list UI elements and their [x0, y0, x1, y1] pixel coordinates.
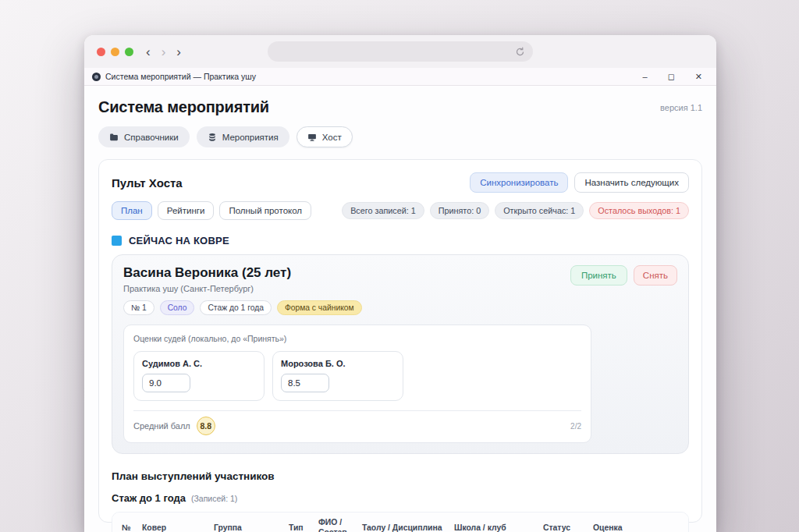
col-header: ФИО / Состав: [318, 512, 362, 532]
remove-button[interactable]: Снять: [634, 265, 677, 286]
back-icon[interactable]: ‹: [146, 45, 151, 59]
stats-row: Всего записей: 1 Принято: 0 Открыто сейч…: [342, 202, 689, 219]
nav-item-label: Хост: [322, 133, 342, 142]
monitor-icon: [307, 133, 317, 142]
traffic-lights: [97, 48, 133, 56]
now-on-carpet-icon: [112, 236, 122, 246]
judges-panel: Оценки судей (локально, до «Принять») Су…: [123, 325, 591, 443]
participant-badges: № 1 Соло Стаж до 1 года Форма с чайником: [123, 300, 677, 315]
participant-card: Васина Вероника (25 лет) Практика ушу (С…: [112, 254, 689, 454]
participant-school: Практика ушу (Санкт-Петербург): [123, 284, 291, 293]
judge-name: Морозова Б. О.: [281, 359, 395, 368]
plan-title: План выступлений участников: [112, 470, 689, 482]
judges-progress: 2/2: [570, 422, 581, 431]
table-header-row: № Ковер Группа Тип ФИО / Состав Таолу / …: [112, 512, 688, 532]
judge-card: Судимов А. С.: [133, 351, 265, 401]
nav-item-host[interactable]: Хост: [297, 126, 353, 147]
window-title: Система мероприятий — Практика ушу: [105, 72, 638, 81]
col-header: Ковер: [142, 518, 214, 532]
judges-label: Оценки судей (локально, до «Принять»): [133, 334, 581, 343]
plan-table: № Ковер Группа Тип ФИО / Состав Таолу / …: [112, 512, 689, 532]
col-header: Таолу / Дисциплина: [362, 518, 454, 532]
tab-full-protocol[interactable]: Полный протокол: [219, 201, 311, 220]
version-label: версия 1.1: [660, 103, 702, 112]
tab-ratings[interactable]: Рейтинги: [158, 201, 215, 220]
close-traffic-icon[interactable]: [97, 48, 105, 56]
col-header: Тип: [289, 518, 318, 532]
sync-button[interactable]: Синхронизировать: [470, 172, 568, 193]
judge-card: Морозова Б. О.: [272, 351, 403, 401]
reload-icon[interactable]: [515, 47, 525, 57]
view-tabs: План Рейтинги Полный протокол: [112, 201, 311, 220]
app-window: ‹ › › Система мероприятий — Практика ушу…: [84, 35, 716, 532]
col-header: Школа / клуб: [454, 518, 543, 532]
close-button[interactable]: ✕: [695, 72, 702, 82]
judge-score-input[interactable]: [281, 374, 329, 392]
stat-open-now: Открыто сейчас: 1: [495, 202, 584, 219]
folder-icon: [109, 133, 119, 142]
participant-name: Васина Вероника (25 лет): [123, 265, 291, 281]
app-favicon-icon: [92, 73, 101, 81]
minimize-traffic-icon[interactable]: [111, 48, 119, 56]
page-content: Система мероприятий версия 1.1 Справочни…: [84, 86, 716, 532]
next-icon[interactable]: ›: [176, 45, 181, 59]
nav-item-label: Мероприятия: [222, 133, 279, 142]
col-header: Группа: [214, 518, 289, 532]
nav-item-directories[interactable]: Справочники: [98, 126, 190, 147]
badge-number: № 1: [123, 300, 154, 315]
panel-title: Пульт Хоста: [112, 176, 183, 190]
host-panel: Пульт Хоста Синхронизировать Назначить с…: [98, 159, 702, 523]
main-nav: Справочники Мероприятия Хост: [98, 126, 702, 147]
minimize-button[interactable]: –: [643, 72, 648, 82]
tab-plan[interactable]: План: [112, 201, 152, 220]
database-icon: [208, 133, 217, 142]
stat-accepted: Принято: 0: [430, 202, 489, 219]
zoom-traffic-icon[interactable]: [125, 48, 133, 56]
group-title: Стаж до 1 года: [112, 492, 186, 504]
section-title: СЕЙЧАС НА КОВРЕ: [129, 235, 229, 246]
nav-item-events[interactable]: Мероприятия: [197, 126, 289, 147]
badge-type: Соло: [160, 300, 195, 315]
average-score-label: Средний балл: [133, 421, 190, 431]
address-bar[interactable]: [268, 41, 533, 62]
group-count: (Записей: 1): [191, 494, 237, 503]
accept-button[interactable]: Принять: [570, 265, 627, 286]
col-header: Оценка: [593, 518, 623, 532]
maximize-button[interactable]: ◻: [668, 72, 675, 82]
browser-toolbar: ‹ › ›: [84, 35, 716, 68]
nav-item-label: Справочники: [124, 133, 179, 142]
judge-name: Судимов А. С.: [142, 359, 256, 368]
forward-icon: ›: [162, 45, 166, 59]
stat-total-records: Всего записей: 1: [342, 202, 424, 219]
col-header: Статус: [543, 518, 593, 532]
stat-remaining-exits: Осталось выходов: 1: [589, 202, 689, 219]
page-title: Система мероприятий: [98, 98, 269, 116]
judge-score-input[interactable]: [142, 374, 190, 392]
col-header: №: [122, 518, 142, 532]
app-titlebar: Система мероприятий — Практика ушу – ◻ ✕: [84, 68, 716, 86]
average-score-badge: 8.8: [197, 417, 215, 435]
badge-group: Стаж до 1 года: [200, 300, 271, 315]
assign-next-button[interactable]: Назначить следующих: [574, 172, 689, 193]
badge-discipline: Форма с чайником: [277, 300, 362, 315]
